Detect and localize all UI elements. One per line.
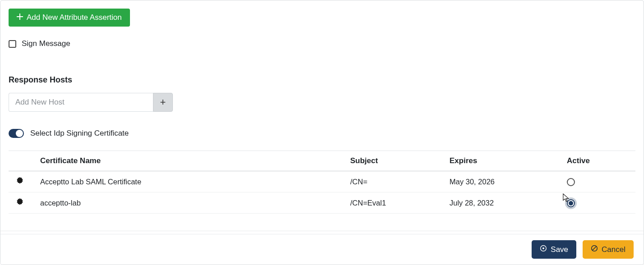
cert-active-radio[interactable] <box>567 178 575 186</box>
col-header-active: Active <box>563 151 635 171</box>
sign-message-row: Sign Message <box>9 39 635 48</box>
save-label: Save <box>551 245 568 254</box>
svg-rect-1 <box>17 16 23 17</box>
table-header-row: Certificate Name Subject Expires Active <box>9 151 635 171</box>
cert-name: Acceptto Lab SAML Certificate <box>31 171 347 192</box>
save-button[interactable]: Save <box>532 240 576 259</box>
table-row: Acceptto Lab SAML Certificate /CN= May 3… <box>9 171 635 192</box>
content-area: Add New Attribute Assertion Sign Message… <box>0 0 644 214</box>
plus-icon <box>17 13 23 22</box>
cancel-label: Cancel <box>602 245 625 254</box>
col-header-name: Certificate Name <box>31 151 347 171</box>
table-row: acceptto-lab /CN=Eval1 July 28, 2032 <box>9 192 635 214</box>
add-attribute-assertion-button[interactable]: Add New Attribute Assertion <box>9 9 130 27</box>
sign-message-checkbox[interactable] <box>9 40 16 48</box>
certificate-seal-icon <box>9 171 31 192</box>
settings-panel: Add New Attribute Assertion Sign Message… <box>0 0 644 265</box>
cert-active-radio[interactable] <box>567 199 575 207</box>
idp-signing-row: Select Idp Signing Certificate <box>9 129 635 138</box>
footer-bar: Save Cancel <box>0 234 644 265</box>
col-header-subject: Subject <box>347 151 446 171</box>
add-host-row: + <box>9 93 635 112</box>
cert-expires: July 28, 2032 <box>446 192 563 214</box>
cert-subject: /CN=Eval1 <box>347 192 446 214</box>
svg-line-5 <box>593 247 596 250</box>
idp-signing-label: Select Idp Signing Certificate <box>30 129 129 138</box>
add-host-input[interactable] <box>9 93 153 112</box>
add-attribute-label: Add New Attribute Assertion <box>27 13 122 22</box>
col-header-icon <box>9 151 31 171</box>
cancel-icon <box>591 245 598 254</box>
cert-subject: /CN= <box>347 171 446 192</box>
cert-name: acceptto-lab <box>31 192 347 214</box>
certificate-seal-icon <box>9 192 31 214</box>
idp-signing-toggle[interactable] <box>9 129 24 138</box>
save-dot-icon <box>540 245 547 254</box>
svg-point-3 <box>542 247 544 249</box>
certificate-table: Certificate Name Subject Expires Active … <box>9 151 635 214</box>
response-hosts-title: Response Hosts <box>9 75 635 85</box>
plus-icon: + <box>160 96 166 108</box>
cancel-button[interactable]: Cancel <box>583 240 634 259</box>
cert-expires: May 30, 2026 <box>446 171 563 192</box>
sign-message-label: Sign Message <box>22 39 70 48</box>
add-host-button[interactable]: + <box>153 93 173 112</box>
col-header-expires: Expires <box>446 151 563 171</box>
footer-separator <box>0 231 644 231</box>
